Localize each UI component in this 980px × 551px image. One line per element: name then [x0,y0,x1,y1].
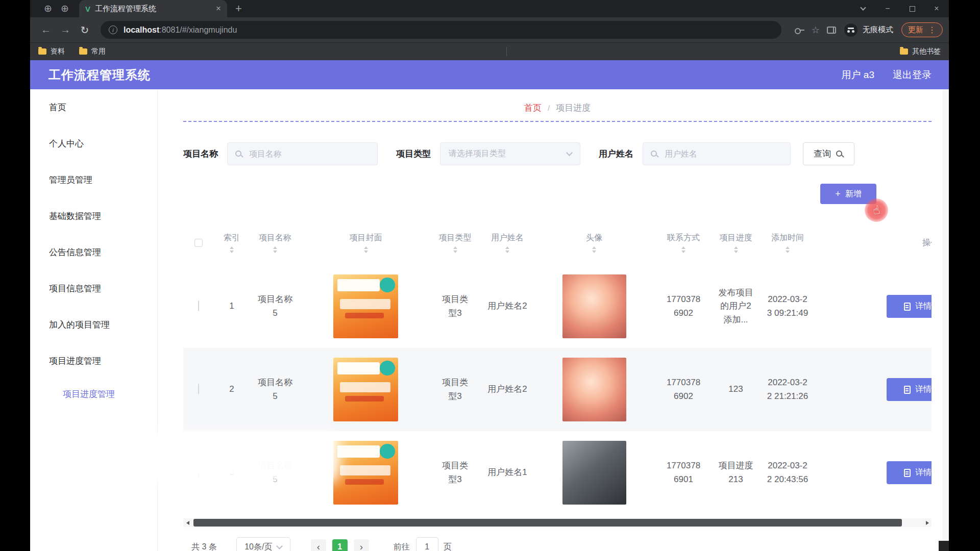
scroll-left-arrow-icon[interactable] [183,518,192,527]
sort-caret-icon[interactable] [681,246,685,253]
logout-button[interactable]: 退出登录 [893,68,932,82]
filter-bar: 项目名称 项目类型 请选择项目类型 用户姓名 [183,142,932,165]
close-window-button[interactable]: × [924,0,949,17]
column-header-project-type[interactable]: 项目类型 [431,233,479,253]
project-type-select[interactable]: 请选择项目类型 [440,142,580,165]
sort-caret-icon[interactable] [364,246,368,253]
column-header-time[interactable]: 添加时间 [757,233,818,253]
scroll-right-arrow-icon[interactable] [923,518,932,527]
back-button[interactable]: ← [36,24,56,36]
column-header-project-name[interactable]: 项目名称 [250,233,301,253]
blurred-watermark-overlay [127,441,330,474]
reload-button[interactable]: ↻ [75,24,94,36]
horizontal-scrollbar[interactable] [183,518,932,527]
update-button[interactable]: 更新 ⋮ [901,22,943,37]
column-header-index[interactable]: 索引 [214,233,250,253]
prev-page-button[interactable]: ‹ [311,539,326,551]
site-info-icon[interactable]: i [109,26,117,34]
user-name-field [643,142,791,165]
browser-toolbar: ← → ↻ i localhost:8081/#/xiangmujindu ☆ … [30,17,949,42]
sidebar-item-joined-projects[interactable]: 加入的项目管理 [30,307,157,343]
column-header-contact[interactable]: 联系方式 [653,233,714,253]
screen: ⊕ ⊕ V 工作流程管理系统 × + − × ← → ↻ [0,0,980,551]
scrollbar-thumb[interactable] [193,519,902,527]
breadcrumb-home[interactable]: 首页 [524,102,542,114]
sidebar-item-notice-info[interactable]: 公告信息管理 [30,234,157,270]
cell-progress: 123 [714,383,757,396]
sidebar-item-admin-management[interactable]: 管理员管理 [30,162,157,198]
sort-caret-icon[interactable] [592,246,596,253]
pagination-total: 共 3 条 [191,542,217,551]
tab-list-chevron-icon[interactable] [851,0,875,17]
detail-button[interactable]: 详情 [887,461,932,484]
forward-button[interactable]: → [56,24,75,36]
url-path: :8081/#/xiangmujindu [159,26,237,34]
sidebar-item-personal-center[interactable]: 个人中心 [30,126,157,162]
project-cover-image[interactable] [333,274,398,338]
search-button[interactable]: 查询 [803,142,854,165]
goto-page-input[interactable] [416,537,438,551]
address-bar[interactable]: i localhost:8081/#/xiangmujindu [101,21,781,39]
sort-caret-icon[interactable] [734,246,738,253]
other-bookmarks[interactable]: 其他书签 [900,47,941,56]
current-user[interactable]: 用户 a3 [842,68,874,82]
cell-contact: 17703786902 [653,376,714,403]
bookmark-star-icon[interactable]: ☆ [812,24,820,36]
app-header: 工作流程管理系统 用户 a3 退出登录 [30,60,949,89]
avatar-image[interactable] [562,441,626,505]
add-button[interactable]: + 新增 [820,184,876,204]
url-text: localhost:8081/#/xiangmujindu [124,26,237,35]
bookmark-folder[interactable]: 资料 [38,47,65,56]
side-panel-icon[interactable] [827,27,836,34]
sort-caret-icon[interactable] [786,246,790,253]
current-page-button[interactable]: 1 [332,539,348,551]
cell-index: 2 [214,383,250,396]
sidebar-item-basic-data[interactable]: 基础数据管理 [30,198,157,234]
tab-title: 工作流程管理系统 [95,4,211,14]
project-cover-image[interactable] [333,358,398,421]
globe-icon[interactable]: ⊕ [59,3,71,15]
avatar-image[interactable] [562,358,626,421]
sort-caret-icon[interactable] [505,246,509,253]
sort-caret-icon[interactable] [453,246,457,253]
sidebar-subitem-project-progress[interactable]: 项目进度管理 [30,379,157,410]
sidebar-item-home[interactable]: 首页 [30,89,157,126]
avatar-image[interactable] [562,274,626,338]
project-name-input[interactable] [228,149,377,159]
column-header-avatar[interactable]: 头像 [535,233,653,253]
project-cover-image[interactable] [333,441,398,505]
browser-tab[interactable]: V 工作流程管理系统 × [79,0,227,17]
main-content: 首页 / 项目进度 项目名称 项目类型 请选择项 [158,89,949,551]
sort-caret-icon[interactable] [273,246,277,253]
globe-icon[interactable]: ⊕ [42,3,54,15]
select-all-checkbox[interactable] [194,239,203,247]
sort-caret-icon[interactable] [230,246,234,253]
row-checkbox[interactable] [198,384,199,394]
maximize-button[interactable] [900,0,924,17]
plus-icon: + [835,189,841,199]
sidebar-item-project-info[interactable]: 项目信息管理 [30,270,157,307]
cell-time: 2022-03-23 09:21:49 [757,293,818,320]
incognito-avatar-icon[interactable] [844,23,857,37]
user-name-input[interactable] [643,149,790,159]
page-size-select[interactable]: 10条/页 [236,537,290,551]
url-host: localhost [124,26,159,34]
detail-button[interactable]: 详情 [887,295,932,318]
column-header-user-name[interactable]: 用户姓名 [479,233,535,253]
column-header-progress[interactable]: 项目进度 [714,233,757,253]
bookmark-folder[interactable]: 常用 [79,47,106,56]
tab-close-icon[interactable]: × [216,4,221,14]
next-page-button[interactable]: › [354,539,369,551]
folder-icon [900,48,908,55]
minimize-button[interactable]: − [875,0,900,17]
new-tab-button[interactable]: + [235,2,242,15]
column-header-cover[interactable]: 项目封面 [301,233,431,253]
row-checkbox[interactable] [198,300,199,311]
chevron-down-icon [277,543,283,549]
password-key-icon[interactable] [795,26,804,35]
browser-menu-icon[interactable]: ⋮ [928,25,936,35]
sidebar-item-project-progress[interactable]: 项目进度管理 [30,343,157,379]
vertical-scrollbar-track[interactable] [942,89,949,541]
folder-icon [38,48,46,55]
detail-button[interactable]: 详情 [887,378,932,401]
